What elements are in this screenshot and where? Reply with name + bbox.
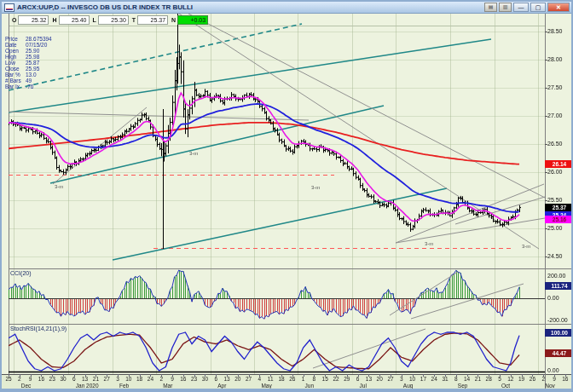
cci-axis-label: 200.00 <box>547 273 565 279</box>
toolbar-button-1[interactable]: ▤ <box>484 3 497 12</box>
quote-field-label-T: T <box>132 17 136 23</box>
month-label: Apr <box>217 383 226 389</box>
price-axis-label: 28.00 <box>547 56 563 62</box>
price-axis-label: 26.00 <box>547 169 563 175</box>
date-tick-label: 13 <box>82 376 88 382</box>
channel-label-3m: 3-m <box>425 241 433 246</box>
chart-window: ARCX:UUP,D -- INVESCO DB US DLR INDEX TR… <box>0 0 573 392</box>
close-button[interactable]: ✕ <box>547 3 570 12</box>
title-bar: ARCX:UUP,D -- INVESCO DB US DLR INDEX TR… <box>2 2 571 14</box>
month-label: Jun <box>305 383 314 389</box>
toolbar-button-2[interactable]: ▥ <box>499 3 512 12</box>
month-label: Nov <box>545 383 555 389</box>
date-tick-label: 10 <box>125 376 131 382</box>
cursor-data-panel: Price28.675394Date07/15/20Open25.90High2… <box>5 36 52 89</box>
minimize-button[interactable]: — <box>513 3 529 12</box>
date-tick-label: 30 <box>202 376 208 382</box>
date-tick-label: 16 <box>562 376 568 382</box>
date-tick-label: 21 <box>93 376 99 382</box>
chart-app-icon <box>4 3 14 12</box>
date-tick-label: 20 <box>234 376 240 382</box>
price-axis-label: 26.50 <box>547 141 563 147</box>
date-tick-label: 31 <box>442 376 448 382</box>
date-tick-label: 9 <box>553 376 556 382</box>
date-tick-label: 16 <box>180 376 186 382</box>
date-tick-label: 24 <box>148 376 153 382</box>
month-label: Mar <box>163 383 172 389</box>
channel-label-3m: 3-m <box>311 185 320 190</box>
month-label: Dec <box>21 383 32 389</box>
quote-field-label-H: H <box>52 17 56 23</box>
date-tick-label: 18 <box>278 376 284 382</box>
date-tick-label: 5 <box>498 376 501 382</box>
stochrsi-axis-label: 0.00 <box>547 367 559 373</box>
date-tick-label: 27 <box>104 376 110 382</box>
price-axis-label: 24.50 <box>547 253 563 259</box>
price-axis-label: 28.50 <box>547 28 563 34</box>
quote-field-value-L[interactable]: 25.30 <box>98 15 129 25</box>
date-tick-label: 17 <box>420 376 426 382</box>
price-axis-label: 27.50 <box>547 84 563 90</box>
date-tick-label: 27 <box>246 376 252 382</box>
date-tick-label: 18 <box>136 376 142 382</box>
date-tick-label: 6 <box>72 376 76 382</box>
channel-label-3m: 3-m <box>55 184 63 189</box>
date-tick-label: 21 <box>475 376 481 382</box>
data-panel-row: Bar Ix-76 <box>5 84 52 89</box>
date-tick-label: 6 <box>214 376 217 382</box>
data-panel-row: Price28.675394 <box>5 36 52 42</box>
month-label: Jul <box>360 383 367 389</box>
data-panel-row: Low25.87 <box>5 60 52 66</box>
month-label: Feb <box>119 383 129 389</box>
date-tick-label: 23 <box>49 376 55 382</box>
quote-field-label-O: O <box>12 17 16 23</box>
window-title: ARCX:UUP,D -- INVESCO DB US DLR INDEX TR… <box>17 3 193 11</box>
cci-panel-label: CCI(20) <box>10 270 32 276</box>
window-controls: ▤ ▥ — ▢ ✕ <box>484 3 570 13</box>
date-tick-label: 16 <box>38 376 44 382</box>
date-tick-label: 24 <box>431 376 437 382</box>
price-axis-label: 25.50 <box>547 197 563 203</box>
date-tick-label: 30 <box>60 376 66 382</box>
quote-field-value-N[interactable]: +0.03 <box>177 15 208 25</box>
price-axis-label: 27.00 <box>547 112 563 118</box>
date-tick-label: 29 <box>344 376 350 382</box>
month-label: Oct <box>501 383 510 389</box>
quote-field-value-H[interactable]: 25.40 <box>59 15 90 25</box>
date-tick-label: 28 <box>486 376 492 382</box>
month-label: Jan 2020 <box>76 383 99 389</box>
date-tick-label: 13 <box>366 376 372 382</box>
date-tick-label: 26 <box>289 376 295 382</box>
quote-field-value-T[interactable]: 25.37 <box>137 15 168 25</box>
date-tick-label: 20 <box>377 376 383 382</box>
price-axis-label: 25.00 <box>547 225 563 231</box>
date-tick-label: 8 <box>454 376 458 382</box>
date-tick-label: 26 <box>530 376 535 382</box>
date-tick-label: 3 <box>400 376 403 382</box>
price-badge-ma-200: 26.14 <box>545 160 573 168</box>
date-tick-label: 27 <box>387 376 393 382</box>
window-bottom-border <box>2 389 573 392</box>
date-tick-label: 10 <box>409 376 415 382</box>
cci-axis-label: 0.00 <box>547 295 559 301</box>
date-tick-label: 25 <box>5 376 11 382</box>
month-label: Sep <box>458 383 468 389</box>
date-tick-label: 4 <box>258 376 262 382</box>
data-panel-row: Open25.90 <box>5 48 52 54</box>
stochrsi-badge-0: 100.00 <box>545 329 573 337</box>
date-tick-label: 11 <box>268 376 274 382</box>
data-panel-row: # Bars49 <box>5 78 52 84</box>
channel-label-3m: 3-m <box>522 244 530 249</box>
date-tick-label: 2 <box>18 376 21 382</box>
data-panel-row: Bar %13.0 <box>5 72 52 78</box>
chart-canvas[interactable] <box>2 2 573 392</box>
quote-field-label-N: N <box>171 17 176 23</box>
maximize-button[interactable]: ▢ <box>530 3 546 12</box>
quote-field-value-O[interactable]: 25.32 <box>18 15 49 25</box>
date-tick-label: 2 <box>159 376 163 382</box>
date-tick-label: 12 <box>507 376 513 382</box>
date-tick-label: 14 <box>464 376 470 382</box>
date-tick-label: 3 <box>116 376 119 382</box>
date-tick-label: 15 <box>322 376 328 382</box>
data-panel-row: Close25.95 <box>5 66 52 72</box>
